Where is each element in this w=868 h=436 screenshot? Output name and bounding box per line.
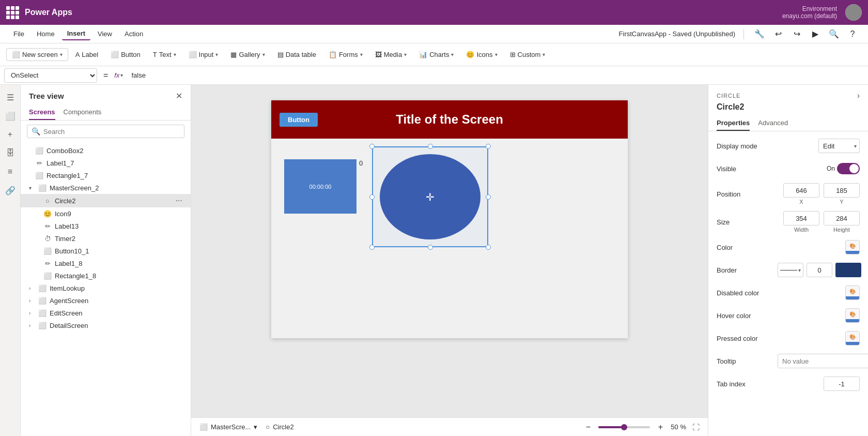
disabled-swatch-top: 🎨 [846,286,859,296]
tree-item-label17[interactable]: ✏ Label1_7 [21,157,191,169]
icons-button[interactable]: 😊 Icons ▾ [461,49,502,61]
handle-bc[interactable] [428,245,433,250]
handle-mr[interactable] [486,194,491,200]
screen-button[interactable]: Button [280,113,318,127]
handle-bl[interactable] [369,245,375,250]
position-y-input[interactable] [824,183,860,198]
expand-icon: › [29,298,35,304]
screen-breadcrumb[interactable]: ⬜ MasterScre... ▾ [199,423,257,431]
width-group: Width [783,211,819,233]
sidebar-variables-icon[interactable]: ≡ [2,163,19,180]
sidebar-screens-icon[interactable]: ⬜ [2,108,19,124]
fullscreen-icon[interactable]: ⛶ [692,423,700,431]
tree-item-agentscreen[interactable]: › ⬜ AgentScreen [21,294,191,307]
tree-item-masterscreen2[interactable]: ▾ ⬜ MasterScreen_2 [21,182,191,194]
debug-icon[interactable]: 🔧 [752,27,767,41]
tree-item-rect17[interactable]: ⬜ Rectangle1_7 [21,169,191,182]
tree-item-button101[interactable]: ⬜ Button10_1 [21,245,191,257]
tree-item-itemlookup[interactable]: › ⬜ ItemLookup [21,282,191,294]
menu-home[interactable]: Home [32,28,60,40]
sidebar-add-icon[interactable]: + [2,126,19,143]
tree-search-box: 🔍 [27,125,184,138]
user-avatar[interactable] [845,4,862,21]
width-input[interactable] [783,211,819,225]
search-input[interactable] [43,128,180,136]
media-chevron: ▾ [404,52,407,57]
sidebar-menu-icon[interactable]: ☰ [2,89,19,106]
search-person-icon[interactable]: 🔍 [827,27,841,41]
play-icon[interactable]: ▶ [808,27,823,41]
border-color-swatch[interactable] [835,263,861,277]
tree-item-editscreen[interactable]: › ⬜ EditScreen [21,307,191,319]
input-btn-label: Input [199,51,214,58]
tree-item-detailscreen[interactable]: › ⬜ DetailScreen [21,319,191,332]
circle2-container[interactable]: ✛ [372,146,488,247]
display-mode-select[interactable]: Edit [818,139,860,153]
waffle-icon[interactable] [6,6,19,19]
tab-properties[interactable]: Properties [717,116,750,131]
tree-item-circle2[interactable]: ○ Circle2 ··· [21,194,191,207]
charts-button[interactable]: 📊 Charts ▾ [414,49,459,61]
new-screen-button[interactable]: ⬜ New screen ▾ [6,48,68,61]
property-selector[interactable]: OnSelect [4,68,97,83]
circle2-shape[interactable]: ✛ [380,154,481,239]
undo-icon[interactable]: ↩ [771,27,785,41]
tab-index-input[interactable] [824,377,860,391]
border-width-input[interactable] [807,263,832,277]
blue-rectangle[interactable]: 00:00:00 [284,159,357,214]
tree-item-label18[interactable]: ✏ Label1_8 [21,257,191,269]
panel-chevron[interactable]: › [857,91,860,100]
expand-icon: › [29,310,35,316]
visible-toggle[interactable] [837,163,860,174]
tab-advanced[interactable]: Advanced [758,116,788,131]
menu-action[interactable]: Action [119,28,148,40]
tree-close-button[interactable]: ✕ [176,91,182,101]
tab-components[interactable]: Components [64,105,102,120]
label-button[interactable]: A Label [70,49,103,61]
handle-br[interactable] [486,245,491,250]
tree-item-label: Label13 [55,222,79,230]
tree-item-rect18[interactable]: ⬜ Rectangle1_8 [21,269,191,282]
handle-tl[interactable] [369,144,375,149]
tree-item-label13[interactable]: ✏ Label13 [21,220,191,232]
help-icon[interactable]: ? [845,27,860,41]
media-button[interactable]: 🖼 Media ▾ [370,49,412,61]
button-button[interactable]: ⬜ Button [105,49,146,61]
tree-item-combobox2[interactable]: ⬜ ComboBox2 [21,144,191,157]
redo-icon[interactable]: ↪ [789,27,804,41]
disabled-color-swatch[interactable]: 🎨 [845,285,860,300]
handle-tc[interactable] [428,144,433,149]
menu-file[interactable]: File [8,28,29,40]
color-swatch[interactable]: 🎨 [845,240,860,254]
custom-button[interactable]: ⊞ Custom ▾ [505,49,551,61]
formula-input[interactable] [127,68,864,83]
tree-item-icon9[interactable]: 😊 Icon9 [21,207,191,220]
menu-bar: File Home Insert View Action FirstCanvas… [0,25,868,43]
position-x-input[interactable] [783,183,819,198]
datatable-button[interactable]: ▤ Data table [272,49,321,61]
handle-tr[interactable] [486,144,491,149]
menu-insert[interactable]: Insert [62,27,90,40]
tab-screens[interactable]: Screens [29,105,55,120]
gallery-button[interactable]: ▦ Gallery ▾ [225,49,270,61]
text-button[interactable]: T Text ▾ [148,49,181,61]
visible-label: Visible [717,165,773,173]
input-button[interactable]: ⬜ Input ▾ [183,49,224,61]
zoom-slider[interactable] [598,426,650,428]
handle-ml[interactable] [369,194,375,200]
component-breadcrumb[interactable]: ○ Circle2 [266,423,293,431]
forms-button[interactable]: 📋 Forms ▾ [323,49,368,61]
tree-item-timer2[interactable]: ⏱ Timer2 [21,232,191,245]
more-options-button[interactable]: ··· [176,196,182,205]
sidebar-data-icon[interactable]: 🗄 [2,145,19,161]
tooltip-input[interactable] [778,354,868,368]
menu-view[interactable]: View [92,28,117,40]
zoom-minus-button[interactable]: − [582,421,594,433]
circle-icon-bottom: ○ [266,423,270,431]
zoom-plus-button[interactable]: + [654,421,667,433]
pressed-color-swatch[interactable]: 🎨 [845,331,860,345]
hover-color-swatch[interactable]: 🎨 [845,308,860,323]
height-input[interactable] [824,211,860,225]
sidebar-media-icon[interactable]: 🔗 [2,182,19,199]
border-style-select[interactable]: ▾ [778,263,803,277]
